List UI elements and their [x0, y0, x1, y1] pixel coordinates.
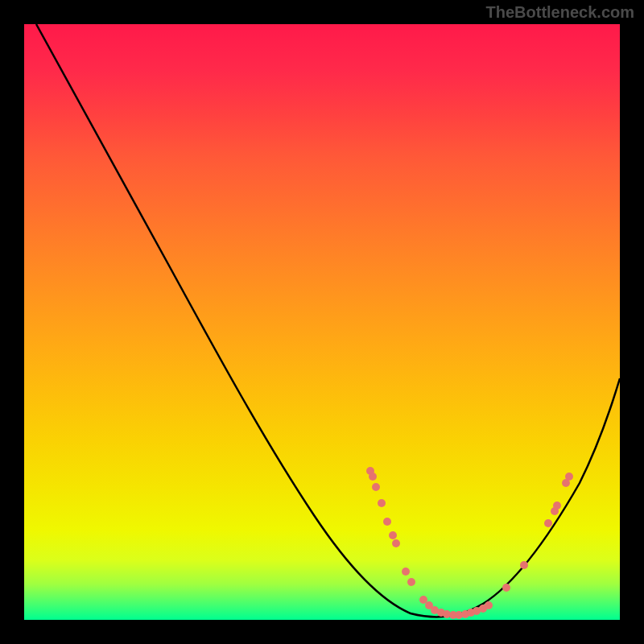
data-point: [372, 483, 380, 491]
data-point: [553, 502, 561, 510]
chart-plot-area: [24, 24, 620, 620]
data-point: [544, 519, 552, 527]
data-point: [378, 499, 386, 507]
data-point: [502, 584, 510, 592]
watermark-text: TheBottleneck.com: [486, 3, 634, 22]
data-point: [520, 561, 528, 569]
data-point: [407, 578, 415, 586]
data-point: [369, 473, 377, 481]
data-point: [485, 601, 493, 609]
data-point: [383, 518, 391, 526]
data-point: [392, 539, 400, 547]
data-point: [389, 531, 397, 539]
bottleneck-curve: [36, 24, 620, 617]
chart-svg: [24, 24, 620, 620]
data-point: [565, 473, 573, 481]
data-point: [402, 568, 410, 576]
